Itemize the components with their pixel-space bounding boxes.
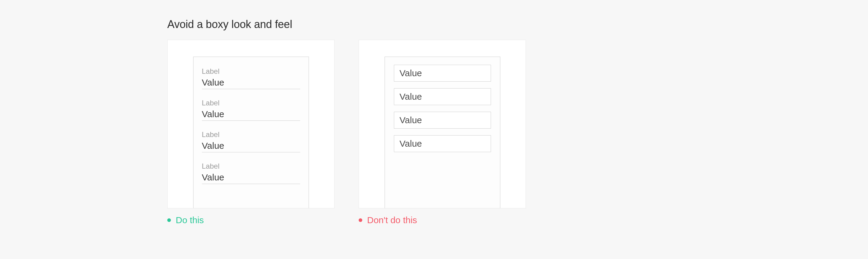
guideline-title: Avoid a boxy look and feel (167, 18, 701, 31)
do-card: Label Value Label Value Label Value Labe… (167, 40, 335, 208)
form-field-boxed: Value (394, 112, 491, 129)
do-caption: Do this (167, 215, 335, 225)
dot-icon (167, 218, 171, 222)
field-label: Label (202, 130, 300, 139)
field-label: Label (202, 67, 300, 75)
field-value: Value (400, 92, 485, 102)
field-value: Value (400, 115, 485, 125)
form-field: Label Value (202, 63, 300, 89)
do-form-panel: Label Value Label Value Label Value Labe… (193, 57, 309, 208)
field-value: Value (202, 109, 300, 119)
dont-card: Value Value Value Value (359, 40, 526, 208)
field-value: Value (400, 68, 485, 78)
field-value: Value (400, 138, 485, 149)
field-value: Value (202, 77, 300, 88)
field-value: Value (202, 141, 300, 151)
field-label: Label (202, 162, 300, 170)
form-field-boxed: Value (394, 135, 491, 152)
form-field: Label Value (202, 95, 300, 121)
dont-form-panel: Value Value Value Value (384, 57, 500, 208)
caption-text: Don't do this (367, 215, 417, 225)
caption-text: Do this (176, 215, 204, 225)
form-field-boxed: Value (394, 65, 491, 82)
form-field: Label Value (202, 126, 300, 152)
form-field-boxed: Value (394, 88, 491, 105)
do-example: Label Value Label Value Label Value Labe… (167, 40, 335, 225)
field-label: Label (202, 99, 300, 107)
dont-example: Value Value Value Value Don't do this (359, 40, 526, 225)
form-field: Label Value (202, 158, 300, 184)
dot-icon (359, 218, 362, 222)
field-value: Value (202, 172, 300, 183)
dont-caption: Don't do this (359, 215, 526, 225)
